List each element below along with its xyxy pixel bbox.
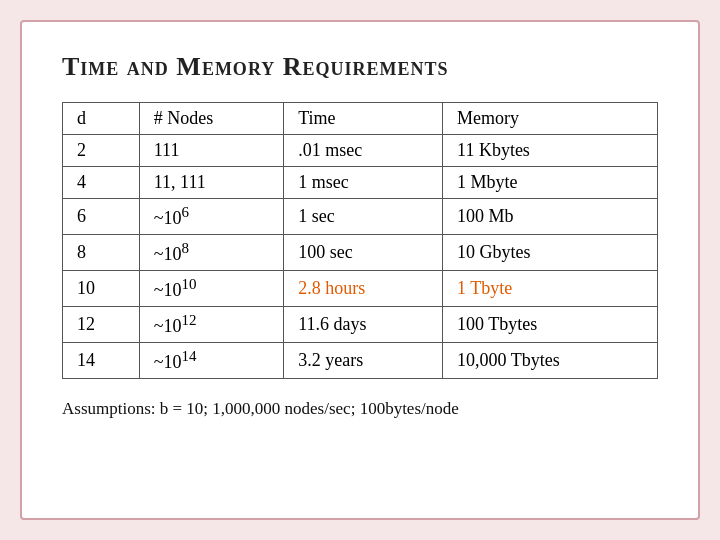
cell-memory: 11 Kbytes [443, 135, 658, 167]
cell-nodes: ~1010 [139, 271, 283, 307]
cell-d: 4 [63, 167, 140, 199]
col-header-nodes: # Nodes [139, 103, 283, 135]
col-header-d: d [63, 103, 140, 135]
cell-time: 100 sec [284, 235, 443, 271]
cell-time: 11.6 days [284, 307, 443, 343]
cell-memory: 100 Tbytes [443, 307, 658, 343]
slide: Time and Memory Requirements d # Nodes T… [20, 20, 700, 520]
cell-time: .01 msec [284, 135, 443, 167]
table-row: 8~108100 sec10 Gbytes [63, 235, 658, 271]
cell-nodes: ~1012 [139, 307, 283, 343]
cell-d: 8 [63, 235, 140, 271]
cell-nodes: ~108 [139, 235, 283, 271]
cell-time: 1 sec [284, 199, 443, 235]
cell-memory: 1 Mbyte [443, 167, 658, 199]
footnote: Assumptions: b = 10; 1,000,000 nodes/sec… [62, 399, 658, 419]
col-header-time: Time [284, 103, 443, 135]
table-row: 10~10102.8 hours1 Tbyte [63, 271, 658, 307]
table-row: 6~1061 sec100 Mb [63, 199, 658, 235]
table-row: 2111.01 msec11 Kbytes [63, 135, 658, 167]
col-header-memory: Memory [443, 103, 658, 135]
cell-nodes: ~1014 [139, 343, 283, 379]
requirements-table: d # Nodes Time Memory 2111.01 msec11 Kby… [62, 102, 658, 379]
cell-d: 6 [63, 199, 140, 235]
cell-time: 1 msec [284, 167, 443, 199]
cell-d: 2 [63, 135, 140, 167]
cell-time: 2.8 hours [284, 271, 443, 307]
cell-memory: 100 Mb [443, 199, 658, 235]
cell-memory: 10,000 Tbytes [443, 343, 658, 379]
cell-memory: 10 Gbytes [443, 235, 658, 271]
cell-time: 3.2 years [284, 343, 443, 379]
page-title: Time and Memory Requirements [62, 52, 658, 82]
table-row: 411, 1111 msec1 Mbyte [63, 167, 658, 199]
table-row: 14~10143.2 years10,000 Tbytes [63, 343, 658, 379]
cell-d: 12 [63, 307, 140, 343]
cell-d: 14 [63, 343, 140, 379]
cell-d: 10 [63, 271, 140, 307]
cell-nodes: ~106 [139, 199, 283, 235]
table-row: 12~101211.6 days100 Tbytes [63, 307, 658, 343]
cell-memory: 1 Tbyte [443, 271, 658, 307]
cell-nodes: 111 [139, 135, 283, 167]
cell-nodes: 11, 111 [139, 167, 283, 199]
